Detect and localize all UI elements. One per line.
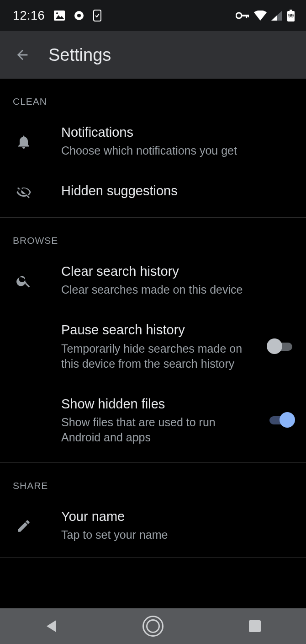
settings-item-clear-search[interactable]: Clear search history Clear searches made… [0,251,306,309]
item-subtitle: Tap to set your name [61,527,276,542]
status-clock: 12:16 [13,9,45,23]
show-hidden-files-switch[interactable] [267,412,295,428]
nav-home-button[interactable] [142,615,164,637]
item-title: Pause search history [61,321,259,339]
record-icon [74,11,84,21]
item-title: Clear search history [61,263,295,280]
battery-icon: 99 [287,10,295,21]
item-title: Notifications [61,123,295,141]
svg-rect-7 [241,15,248,16]
item-title: Hidden suggestions [61,182,295,200]
status-bar: 12:16 99 [0,0,306,31]
search-icon [16,273,32,289]
section-header-browse: BROWSE [0,218,306,251]
svg-rect-0 [54,11,65,21]
back-arrow-icon[interactable] [15,47,30,63]
item-title: Your name [61,508,295,526]
item-subtitle: Choose which notifications you get [61,143,276,158]
pencil-icon [16,518,32,534]
svg-point-4 [77,14,81,17]
section-header-clean: CLEAN [0,79,306,112]
nav-back-button[interactable] [40,615,62,637]
svg-point-6 [236,13,242,18]
page-title: Settings [48,45,111,65]
settings-item-notifications[interactable]: Notifications Choose which notifications… [0,112,306,170]
item-title: Show hidden files [61,395,259,413]
item-subtitle: Temporarily hide searches made on this d… [61,341,258,371]
navigation-bar [0,608,306,644]
wifi-icon [254,11,267,21]
bell-icon [16,133,32,151]
item-subtitle: Show files that are used to run Android … [61,415,253,445]
section-header-share: SHARE [0,463,306,496]
nav-recents-button[interactable] [244,615,266,637]
phone-check-icon [93,10,101,21]
divider [0,557,306,558]
svg-rect-8 [246,15,247,18]
svg-rect-9 [248,15,249,17]
svg-point-2 [56,12,58,14]
settings-item-show-hidden-files[interactable]: Show hidden files Show files that are us… [0,383,306,457]
cellular-signal-icon [271,11,282,21]
vpn-key-icon [236,12,249,19]
item-subtitle: Clear searches made on this device [61,282,276,297]
settings-item-pause-search[interactable]: Pause search history Temporarily hide se… [0,309,306,383]
eye-off-icon [15,184,33,200]
settings-item-hidden-suggestions[interactable]: Hidden suggestions [0,170,306,212]
battery-level: 99 [287,13,295,18]
settings-item-your-name[interactable]: Your name Tap to set your name [0,496,306,554]
svg-rect-10 [290,10,292,11]
image-icon [54,11,65,21]
pause-search-switch[interactable] [267,338,295,354]
app-bar: Settings [0,31,306,79]
